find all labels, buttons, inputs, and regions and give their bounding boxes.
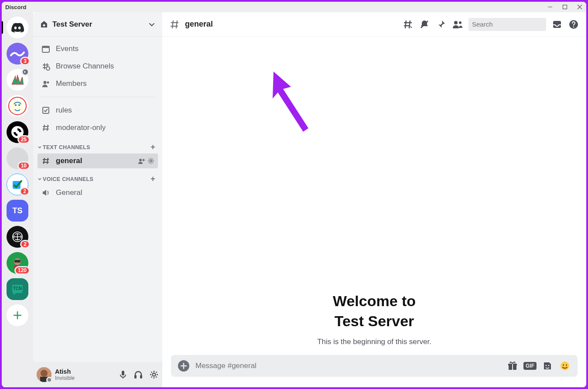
- svg-text:TCN: TCN: [13, 286, 22, 291]
- channel-sidebar: Test Server Events Browse Channels Membe…: [33, 12, 162, 387]
- svg-point-15: [43, 24, 45, 26]
- svg-point-32: [454, 21, 458, 24]
- svg-point-19: [44, 81, 47, 84]
- user-panel: Atish Invisible: [33, 362, 162, 387]
- sidebar-item-browse-channels[interactable]: Browse Channels: [38, 58, 158, 75]
- user-avatar[interactable]: [37, 367, 51, 382]
- help-button[interactable]: [568, 19, 579, 30]
- server-icon: [8, 96, 27, 116]
- mute-button[interactable]: [119, 370, 127, 379]
- separator: [40, 97, 155, 97]
- category-voice-channels: VOICE CHANNELS +: [38, 168, 158, 185]
- maximize-button[interactable]: [562, 4, 568, 10]
- svg-rect-29: [140, 375, 142, 379]
- svg-point-30: [153, 373, 156, 376]
- server-icon: TCN: [10, 283, 25, 296]
- channel-moderator-only[interactable]: moderator-only: [38, 119, 158, 136]
- threads-button[interactable]: [402, 19, 414, 30]
- add-channel-button[interactable]: +: [150, 174, 155, 184]
- members-icon: [41, 79, 51, 88]
- server-header[interactable]: Test Server: [33, 12, 162, 37]
- server-item[interactable]: 2: [7, 174, 28, 195]
- server-item[interactable]: [7, 95, 28, 117]
- minimize-button[interactable]: [547, 4, 553, 10]
- svg-point-18: [46, 67, 50, 70]
- titlebar: Discord: [2, 2, 586, 12]
- server-home[interactable]: [7, 17, 28, 38]
- welcome-title-1: Welcome to: [333, 293, 416, 309]
- channel-header: general: [162, 12, 586, 37]
- server-item[interactable]: TCN: [7, 278, 28, 300]
- svg-point-48: [566, 364, 567, 365]
- notifications-button[interactable]: [419, 19, 430, 30]
- status-invisible-icon: [46, 377, 52, 383]
- welcome-subtitle: This is the beginning of this server.: [317, 338, 431, 346]
- sidebar-item-events[interactable]: Events: [38, 40, 158, 58]
- svg-point-47: [563, 364, 564, 365]
- category-text-channels: TEXT CHANNELS +: [38, 136, 158, 154]
- category-toggle[interactable]: VOICE CHANNELS: [38, 176, 93, 182]
- server-list: 3 25 10 2 TS: [2, 12, 33, 387]
- svg-point-33: [459, 21, 462, 24]
- server-item[interactable]: 10: [7, 147, 28, 169]
- server-item[interactable]: [7, 69, 28, 91]
- channel-settings-icon[interactable]: [147, 157, 154, 164]
- svg-rect-17: [42, 46, 49, 48]
- svg-point-5: [11, 100, 24, 112]
- message-composer: GIF: [171, 355, 578, 377]
- server-icon: [10, 73, 25, 86]
- sidebar-item-members[interactable]: Members: [38, 75, 158, 92]
- svg-marker-49: [273, 72, 308, 132]
- sticker-button[interactable]: [542, 361, 553, 371]
- svg-point-23: [150, 160, 152, 162]
- channel-rules[interactable]: rules: [38, 102, 158, 119]
- svg-rect-28: [134, 375, 137, 379]
- user-settings-button[interactable]: [149, 370, 159, 379]
- close-button[interactable]: [577, 4, 583, 10]
- voice-channel-general[interactable]: General: [38, 185, 158, 200]
- channel-label: moderator-only: [56, 123, 106, 132]
- channel-general[interactable]: general: [38, 154, 158, 168]
- hash-icon: [41, 157, 51, 165]
- server-item[interactable]: 3: [7, 43, 28, 65]
- pinned-button[interactable]: [435, 19, 447, 30]
- category-toggle[interactable]: TEXT CHANNELS: [38, 144, 90, 150]
- chevron-down-icon: [38, 177, 42, 181]
- inbox-button[interactable]: [551, 19, 563, 30]
- message-input[interactable]: [195, 362, 501, 370]
- attach-button[interactable]: [178, 360, 189, 372]
- user-status: Invisible: [55, 375, 119, 381]
- svg-point-20: [47, 82, 49, 84]
- gift-button[interactable]: [507, 361, 518, 371]
- chat-area: general Welcome to Test Server: [162, 12, 586, 387]
- gif-button[interactable]: GIF: [524, 361, 536, 371]
- community-icon: [40, 20, 48, 28]
- create-invite-icon[interactable]: [138, 157, 145, 164]
- speaker-icon: [41, 188, 51, 197]
- discord-logo-icon: [11, 23, 24, 32]
- search-box[interactable]: [468, 18, 546, 31]
- server-item[interactable]: 120: [7, 252, 28, 274]
- member-list-button[interactable]: [452, 19, 463, 30]
- channel-label: General: [56, 188, 82, 197]
- server-item-ts[interactable]: TS: [7, 200, 28, 222]
- svg-rect-10: [14, 260, 21, 263]
- emoji-button[interactable]: [559, 361, 571, 371]
- server-item[interactable]: 2: [7, 226, 28, 248]
- server-item[interactable]: 25: [7, 121, 28, 143]
- search-input[interactable]: [472, 20, 555, 28]
- server-name: Test Server: [52, 20, 92, 29]
- hash-icon: [41, 123, 51, 132]
- svg-point-6: [15, 104, 17, 106]
- rules-icon: [41, 106, 51, 115]
- calendar-icon: [41, 44, 51, 53]
- category-label: TEXT CHANNELS: [43, 144, 90, 150]
- annotation-arrow: [269, 67, 335, 141]
- add-server-button[interactable]: [7, 304, 28, 326]
- chat-body: Welcome to Test Server This is the begin…: [162, 37, 586, 387]
- add-channel-button[interactable]: +: [150, 143, 155, 152]
- deafen-button[interactable]: [133, 370, 143, 379]
- chevron-down-icon: [38, 145, 42, 150]
- svg-rect-21: [43, 107, 49, 113]
- channel-label: rules: [56, 106, 72, 115]
